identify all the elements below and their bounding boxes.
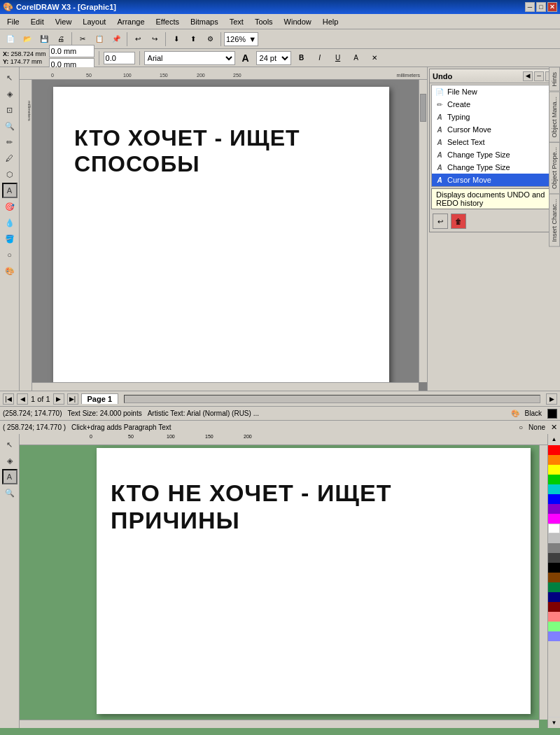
import-button[interactable]: ⬇ [169,31,184,47]
shape-tool-2[interactable]: ◈ [2,453,18,468]
color-lightgreen[interactable] [548,622,560,631]
undo-item-changetypesize1[interactable]: A Change Type Size [432,148,556,161]
eyedrop-tool[interactable]: 💧 [2,215,18,230]
undo-item-filenew[interactable]: 📄 File New [432,85,556,98]
menu-window[interactable]: Window [279,16,317,27]
color-orange[interactable] [548,455,560,465]
drawing-canvas[interactable]: КТО ХОЧЕТ - ИЩЕТ СПОСОБЫ [32,80,419,382]
outline-tool[interactable]: ○ [2,247,18,262]
color-tool[interactable]: 🎨 [2,263,18,279]
shape-tool[interactable]: ◈ [2,86,18,102]
color-white[interactable] [548,524,560,533]
menu-edit[interactable]: Edit [25,16,50,27]
menu-effects[interactable]: Effects [150,16,185,27]
color-maroon[interactable] [548,602,560,612]
interactive-tool[interactable]: 🎯 [2,199,18,214]
page-first-btn[interactable]: |◀ [3,393,14,405]
text-color-button[interactable]: A [349,50,364,66]
tab-insert-char[interactable]: Insert Charac... [549,194,560,247]
menu-text[interactable]: Text [224,16,249,27]
tab-object-manager[interactable]: Object Mana... [549,92,560,143]
redo-button[interactable]: ↪ [147,31,162,47]
scrollbar-vertical[interactable] [419,80,427,382]
freehand-tool[interactable]: ✏ [2,134,18,150]
page-scroll-right[interactable]: ▶ [546,393,557,405]
color-darkgreen[interactable] [548,582,560,592]
scrollbar-horizontal[interactable] [32,382,419,391]
undo-item-cursormove2[interactable]: A Cursor Move [432,174,556,186]
undo-action-btn[interactable]: ↩ [433,214,448,229]
fill-tool[interactable]: 🪣 [2,231,18,246]
font-size-selector[interactable]: 24 pt [256,51,291,65]
paste-button[interactable]: 📌 [108,31,124,47]
canvas-text1[interactable]: КТО ХОЧЕТ - ИЩЕТ СПОСОБЫ [74,125,368,177]
redo-action-btn[interactable]: 🗑 [451,214,466,229]
zoom-dropdown-icon[interactable]: ▼ [248,35,256,43]
page-tab-1[interactable]: Page 1 [81,393,118,404]
undo-minimize[interactable]: ─ [534,71,544,81]
menu-view[interactable]: View [50,16,78,27]
tab-object-props[interactable]: Object Prope... [549,142,560,194]
color-red[interactable] [548,445,560,455]
color-gray[interactable] [548,543,560,553]
select-tool-2[interactable]: ↖ [2,437,18,452]
maximize-button[interactable]: □ [536,2,546,12]
bold-button[interactable]: B [294,50,309,66]
underline-button[interactable]: U [330,50,346,66]
scrollbar-h-2[interactable] [20,720,539,728]
width-input[interactable] [49,45,94,57]
color-silver[interactable] [548,533,560,543]
color-black[interactable] [548,563,560,573]
color-strip-bottom[interactable]: ▼ [548,717,560,728]
undo-item-changetypesize2[interactable]: A Change Type Size [432,161,556,174]
zoom-tool[interactable]: 🔍 [2,118,18,134]
page-scrollbar[interactable] [124,395,540,403]
new-button[interactable]: 📄 [3,31,18,47]
page-next-btn[interactable]: ▶ [53,393,64,405]
angle-input[interactable] [104,52,135,64]
color-cyan[interactable] [548,484,560,494]
italic-button[interactable]: I [312,50,328,66]
page-prev-btn[interactable]: ◀ [17,393,28,405]
scrollbar-v-2[interactable] [539,445,547,720]
color-magenta[interactable] [548,514,560,524]
menu-help[interactable]: Help [317,16,344,27]
second-canvas-text[interactable]: КТО НЕ ХОЧЕТ - ИЩЕТ ПРИЧИНЫ [111,479,517,534]
close-button[interactable]: ✕ [547,2,557,12]
undo-scroll-left[interactable]: ◀ [523,71,533,81]
export-button[interactable]: ⬆ [186,31,201,47]
color-pink[interactable] [548,612,560,622]
minimize-button[interactable]: ─ [525,2,535,12]
font-browse-button[interactable]: A [238,50,253,66]
undo-item-create[interactable]: ✏ Create [432,98,556,111]
menu-bitmaps[interactable]: Bitmaps [185,16,224,27]
pen-tool[interactable]: 🖊 [2,150,18,166]
scroll-thumb-v[interactable] [420,94,426,122]
color-darkgray[interactable] [548,553,560,563]
poly-tool[interactable]: ⬡ [2,167,18,182]
font-selector[interactable]: Arial [144,51,235,65]
color-lightblue[interactable] [548,631,560,641]
undo-item-cursormove1[interactable]: A Cursor Move [432,123,556,136]
color-navy[interactable] [548,592,560,602]
menu-layout[interactable]: Layout [77,16,111,27]
zoom-tool-2[interactable]: 🔍 [2,485,18,500]
menu-file[interactable]: File [1,16,25,27]
undo-button[interactable]: ↩ [130,31,146,47]
color-brown[interactable] [548,573,560,582]
undo-item-selecttext[interactable]: A Select Text [432,136,556,148]
color-strip-top[interactable]: ▲ [548,434,560,445]
page-last-btn[interactable]: ▶| [67,393,78,405]
undo-item-typing[interactable]: A Typing [432,111,556,123]
color-green[interactable] [548,475,560,484]
close-status-btn[interactable]: ✕ [551,423,557,432]
fill-color-swatch[interactable] [547,409,557,419]
select-tool[interactable]: ↖ [2,70,18,85]
open-button[interactable]: 📂 [20,31,35,47]
menu-tools[interactable]: Tools [249,16,279,27]
color-violet[interactable] [548,504,560,514]
text-tool-2[interactable]: A [2,469,18,484]
text-tool active[interactable]: A [2,183,18,198]
tab-hints[interactable]: Hints [549,67,560,92]
options-button[interactable]: ⚙ [202,31,218,47]
